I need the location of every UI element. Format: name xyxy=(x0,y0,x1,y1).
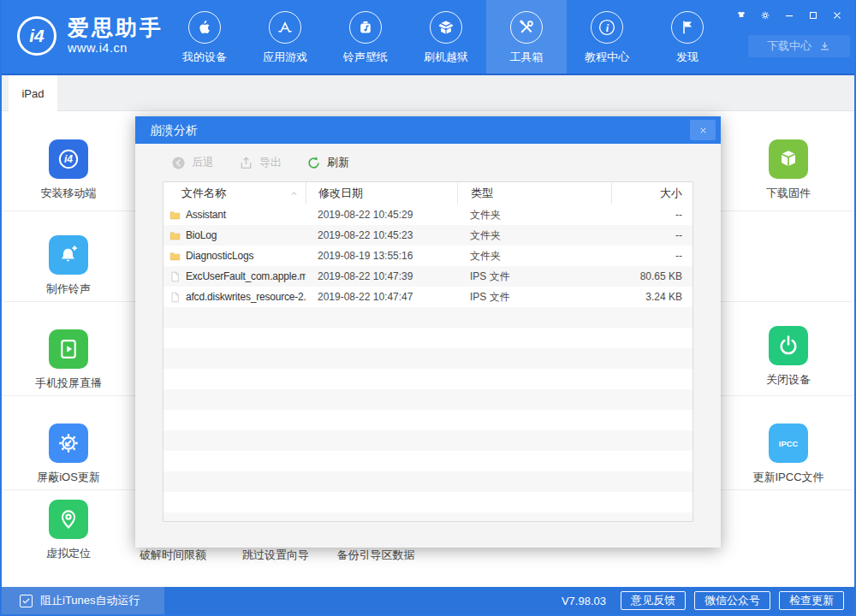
tool-screen-mirror[interactable]: 手机投屏直播 xyxy=(13,329,124,391)
i4-app-icon xyxy=(55,145,82,173)
tool-download-firmware[interactable]: 下载固件 xyxy=(733,139,844,201)
tool-install-mobile[interactable]: 安装移动端 xyxy=(13,139,124,201)
tool-power-off-device[interactable]: 关闭设备 xyxy=(733,326,844,388)
table-row[interactable]: DiagnosticLogs2019-08-19 13:55:16文件夹-- xyxy=(163,246,693,266)
checkbox-checked[interactable] xyxy=(20,595,33,607)
refresh-button[interactable]: 刷新 xyxy=(306,155,349,171)
column-header-type[interactable]: 类型 xyxy=(457,182,611,204)
nav-item-label: 发现 xyxy=(676,50,698,65)
tool-label: 关闭设备 xyxy=(766,372,811,388)
minimize-icon xyxy=(783,9,795,21)
block-itunes-checkbox-row[interactable]: 阻止iTunes自动运行 xyxy=(2,587,164,614)
file-size-cell: -- xyxy=(611,229,693,241)
table-row[interactable]: afcd.diskwrites_resource-2...2019-08-22 … xyxy=(163,287,693,307)
firmware-cube-icon xyxy=(775,145,802,173)
toolbox-icon xyxy=(516,17,537,38)
dialog-titlebar[interactable]: 崩溃分析 xyxy=(135,116,721,144)
nav-item-my-devices[interactable]: 我的设备 xyxy=(164,0,245,74)
status-bar-actions: V7.98.03 意见反馈微信公众号检查更新 xyxy=(562,587,844,614)
nav-item-label: 应用游戏 xyxy=(263,50,307,65)
screen-cast-icon xyxy=(55,335,82,363)
file-type-cell: IPS 文件 xyxy=(457,270,611,284)
column-header-filename[interactable]: 文件名称 xyxy=(163,182,306,204)
apple-icon xyxy=(194,17,215,38)
theme-button[interactable] xyxy=(730,7,752,24)
app-url: www.i4.cn xyxy=(68,41,163,55)
close-button[interactable] xyxy=(826,7,847,24)
nav-item-toolbox[interactable]: 工具箱 xyxy=(486,0,567,74)
dialog-close-button[interactable] xyxy=(690,120,716,140)
app-header: i4 爱思助手 www.i4.cn 我的设备应用游戏铃声壁纸刷机越狱工具箱教程中… xyxy=(2,0,854,75)
nav-item-ringtones-wallpaper[interactable]: 铃声壁纸 xyxy=(325,0,406,74)
tool-label: 更新IPCC文件 xyxy=(752,470,823,485)
tool-make-ringtone[interactable]: 制作铃声 xyxy=(13,235,124,297)
jailbreak-icon xyxy=(430,11,462,44)
tool-update-ipcc[interactable]: 更新IPCC文件 xyxy=(733,424,844,485)
file-name-cell: afcd.diskwrites_resource-2... xyxy=(163,291,306,304)
file-size-cell: 3.24 KB xyxy=(611,291,693,303)
app-window: i4 爱思助手 www.i4.cn 我的设备应用游戏铃声壁纸刷机越狱工具箱教程中… xyxy=(0,0,856,616)
tool-label: 手机投屏直播 xyxy=(35,376,102,391)
tool-label: 制作铃声 xyxy=(46,281,91,297)
table-row[interactable]: Assistant2019-08-22 10:45:29文件夹-- xyxy=(163,204,693,225)
export-button[interactable]: 导出 xyxy=(238,155,282,171)
refresh-label: 刷新 xyxy=(327,155,349,170)
table-row[interactable]: BioLog2019-08-22 10:45:23文件夹-- xyxy=(163,225,693,246)
power-icon xyxy=(775,332,802,359)
check-update-button[interactable]: 检查更新 xyxy=(779,591,844,610)
file-size-cell: -- xyxy=(611,250,693,262)
check-icon xyxy=(21,596,31,606)
file-name: ExcUserFault_com.apple.m... xyxy=(186,270,306,282)
settings-icon xyxy=(759,9,771,21)
app-logo: i4 爱思助手 www.i4.cn xyxy=(17,16,163,56)
version-label: V7.98.03 xyxy=(562,595,606,607)
nav-item-label: 工具箱 xyxy=(510,50,544,65)
bell-plus-icon xyxy=(55,241,82,269)
file-name: DiagnosticLogs xyxy=(186,250,253,262)
tool-block-ios-update[interactable]: 屏蔽iOS更新 xyxy=(13,424,124,485)
refresh-icon xyxy=(306,155,322,171)
settings-button[interactable] xyxy=(754,7,776,24)
screen-cast-icon xyxy=(49,329,88,369)
tool-label: 安装移动端 xyxy=(41,186,97,201)
file-name-cell: BioLog xyxy=(163,229,306,242)
tutorial-icon xyxy=(597,17,617,38)
checkbox-label: 阻止iTunes自动运行 xyxy=(40,593,140,608)
maximize-button[interactable] xyxy=(802,7,823,24)
file-modified-cell: 2019-08-19 13:55:16 xyxy=(306,250,457,262)
discover-flag-icon xyxy=(677,17,698,38)
tutorial-icon xyxy=(591,11,623,44)
download-center-button[interactable]: 下载中心 xyxy=(748,35,850,57)
export-icon xyxy=(238,155,254,171)
tab-label: iPad xyxy=(21,87,44,100)
file-modified-cell: 2019-08-22 10:47:47 xyxy=(306,291,457,303)
ipcc-icon xyxy=(769,424,808,463)
table-row[interactable]: ExcUserFault_com.apple.m...2019-08-22 10… xyxy=(163,266,693,287)
feedback-button[interactable]: 意见反馈 xyxy=(621,591,686,610)
column-header-modified[interactable]: 修改日期 xyxy=(306,182,457,204)
nav-item-discover[interactable]: 发现 xyxy=(647,0,728,74)
i4-logo-icon: i4 xyxy=(17,16,56,56)
export-label: 导出 xyxy=(259,155,282,170)
tool-label: 下载固件 xyxy=(766,186,811,201)
location-pin-icon xyxy=(55,506,82,533)
toolbox-icon xyxy=(510,11,543,44)
nav-item-flash-jailbreak[interactable]: 刷机越狱 xyxy=(406,0,486,74)
back-button[interactable]: 后退 xyxy=(170,155,214,171)
file-icon xyxy=(169,270,181,283)
minimize-button[interactable] xyxy=(778,7,800,24)
main-nav: 我的设备应用游戏铃声壁纸刷机越狱工具箱教程中心发现 xyxy=(164,0,728,74)
wechat-official-button[interactable]: 微信公众号 xyxy=(694,591,770,610)
column-header-size[interactable]: 大小 xyxy=(611,182,693,204)
back-label: 后退 xyxy=(192,155,214,170)
tab-ipad[interactable]: iPad xyxy=(9,75,57,111)
file-table-body: Assistant2019-08-22 10:45:29文件夹--BioLog2… xyxy=(163,204,693,521)
block-update-icon xyxy=(55,429,82,457)
folder-icon xyxy=(169,229,181,242)
nav-item-tutorials[interactable]: 教程中心 xyxy=(567,0,647,74)
file-table: 文件名称 修改日期 类型 大小 Assistant2019-08-22 10:4… xyxy=(163,181,693,522)
tool-label-partial[interactable]: 备份引导区数据 xyxy=(307,548,444,563)
nav-item-app-games[interactable]: 应用游戏 xyxy=(245,0,325,74)
close-icon xyxy=(831,9,843,21)
back-icon xyxy=(170,155,187,171)
